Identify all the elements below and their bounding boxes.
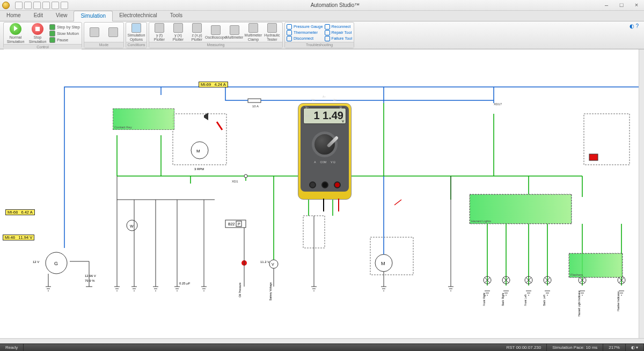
multimeter-port-vohm[interactable] [334, 181, 341, 188]
multimeter-dial-labels: OFF V~ V= A~ A= Ω [303, 94, 346, 126]
svg-text:Front Left: Front Left [524, 294, 527, 306]
plotter-yx-button[interactable]: y (x) Plotter [170, 23, 187, 42]
qat-btn-2[interactable] [24, 2, 32, 9]
mode-btn-2[interactable] [105, 27, 122, 38]
multimeter-probe-red[interactable] [338, 199, 339, 211]
voltage-12v: 12 V [33, 260, 39, 264]
step-icon [49, 24, 55, 30]
qat-btn-1[interactable] [15, 2, 23, 9]
oscilloscope-button[interactable]: Oscilloscope [207, 25, 224, 40]
multimeter-dial[interactable] [312, 131, 338, 157]
svg-rect-27 [589, 154, 598, 160]
horizontal-scrollbar[interactable] [0, 338, 644, 343]
tab-simulation[interactable]: Simulation [74, 11, 113, 21]
svg-text:Front Right: Front Right [482, 292, 486, 306]
mode-btn-1[interactable] [86, 27, 103, 38]
hydraulic-tester-button[interactable]: Hydraulic Tester [264, 23, 281, 42]
svg-text:Back Right: Back Right [501, 292, 504, 306]
ribbon-group-mode: Mode [84, 22, 124, 48]
quick-access-toolbar[interactable] [12, 2, 71, 9]
stop-icon [32, 23, 43, 35]
status-rst: RST 00:00:07.230 [501, 344, 547, 351]
ribbon-help-icon[interactable]: ◐ ? [627, 22, 641, 48]
measurement-mi68[interactable]: MI-68 6.42 A [5, 209, 35, 215]
generator-label: G [54, 261, 58, 266]
multimeter-probe-black[interactable] [323, 199, 324, 211]
ribbon-group-control: Normal Simulation Stop Simulation Step b… [3, 22, 82, 48]
svg-text:Hazard Light Indicator: Hazard Light Indicator [577, 290, 581, 317]
normal-simulation-button[interactable]: Normal Simulation [5, 23, 26, 44]
reconnect-button[interactable]: Reconnect [325, 24, 353, 30]
app-icon [2, 2, 10, 9]
tab-edit[interactable]: Edit [27, 11, 49, 21]
tab-tools[interactable]: Tools [164, 11, 189, 21]
svg-point-3 [244, 174, 247, 178]
step-by-step-button[interactable]: Step by Step [49, 24, 80, 30]
svg-text:XD1: XD1 [232, 180, 238, 183]
slow-icon [49, 31, 55, 36]
svg-text:11.2 V: 11.2 V [260, 260, 269, 264]
qat-btn-4[interactable] [42, 2, 50, 9]
repair-tool-button[interactable]: Repair Tool [325, 30, 353, 35]
ribbon: Normal Simulation Stop Simulation Step b… [0, 21, 644, 49]
status-extra[interactable]: ◐ ▾ [626, 344, 644, 351]
ribbon-group-troubleshooting: Pressure Gauge Thermometer Disconnect Re… [284, 22, 354, 48]
pause-icon [49, 37, 55, 43]
svg-text:P: P [238, 222, 240, 226]
highlight-hazard-lights: Hazard Lights [470, 194, 572, 224]
maximize-button[interactable]: □ [614, 1, 629, 10]
status-ready: Ready [0, 344, 24, 351]
svg-rect-21 [370, 237, 413, 275]
failure-tool-button[interactable]: Failure Tool [325, 36, 353, 41]
svg-text:V: V [272, 262, 274, 266]
close-button[interactable]: × [629, 1, 644, 10]
cap-label: 0.25 µF [179, 282, 191, 285]
stop-simulation-button[interactable]: Stop Simulation [27, 23, 48, 44]
window-title: Automation Studio™ [71, 2, 599, 8]
svg-text:M: M [196, 149, 200, 153]
qat-btn-3[interactable] [33, 2, 41, 9]
svg-text:W: W [130, 224, 134, 228]
plotter-zxy-button[interactable]: z (x,y) Plotter [188, 23, 206, 42]
flask-icon [131, 23, 141, 33]
multimeter-instrument[interactable]: 1 1.49 V OFF V~ V= A~ A= Ω A COM V Ω [298, 103, 352, 200]
vertical-scrollbar[interactable] [639, 49, 644, 338]
tab-home[interactable]: Home [0, 11, 27, 21]
measurement-mi69[interactable]: MI-69 4.24 A [199, 82, 228, 87]
multimeter-port-a[interactable] [309, 181, 316, 188]
measurement-mi46[interactable]: MI-46 11.94 V [3, 235, 34, 240]
multimeter-port-com[interactable] [321, 181, 328, 188]
svg-text:M: M [381, 261, 385, 266]
svg-text:Flasher Indicator: Flasher Indicator [617, 291, 620, 311]
plotter-yt-button[interactable]: y (t) Plotter [151, 23, 168, 42]
svg-text:Battery Voltage: Battery Voltage [269, 282, 272, 301]
tab-view[interactable]: View [49, 11, 74, 21]
svg-text:Oil Pressure: Oil Pressure [238, 282, 241, 297]
pressure-gauge-button[interactable]: Pressure Gauge [287, 24, 323, 30]
thermometer-button[interactable]: Thermometer [287, 30, 323, 35]
svg-rect-5 [173, 114, 226, 165]
minimize-button[interactable]: – [599, 1, 614, 10]
disconnect-button[interactable]: Disconnect [287, 36, 323, 41]
rpm-label: 3 RPM [194, 167, 204, 171]
multimeter-button[interactable]: Multimeter [226, 25, 243, 40]
qat-btn-5[interactable] [52, 2, 59, 9]
ribbon-group-measuring: y (t) Plotter y (x) Plotter z (x,y) Plot… [149, 22, 283, 48]
pause-button[interactable]: Pause [49, 37, 80, 43]
play-icon [10, 23, 21, 35]
ribbon-tabs: Home Edit View Simulation Electrotechnic… [0, 11, 644, 21]
tab-electrotechnical[interactable]: Electrotechnical [113, 11, 164, 21]
titlebar: Automation Studio™ – □ × [0, 0, 644, 11]
highlight-flashers: Flashers [569, 253, 623, 277]
svg-text:XD17: XD17 [494, 103, 502, 106]
clamp-button[interactable]: Multimeter Clamp [245, 23, 262, 42]
qat-btn-6[interactable] [61, 2, 68, 9]
highlight-contact-key: Contact Key [113, 108, 174, 130]
status-zoom[interactable]: 217% [603, 344, 625, 351]
slow-motion-button[interactable]: Slow Motion [49, 31, 80, 36]
sim-options-button[interactable]: Simulation Options [128, 23, 145, 42]
schematic-canvas[interactable]: 10 A XD17 XD1 G 12 V 12.96 V 79.9 % M 3 … [0, 49, 644, 343]
pct: 79.9 % [85, 279, 95, 282]
svg-text:B22: B22 [228, 222, 235, 226]
ribbon-group-conditions: Simulation Options Conditions [126, 22, 147, 48]
